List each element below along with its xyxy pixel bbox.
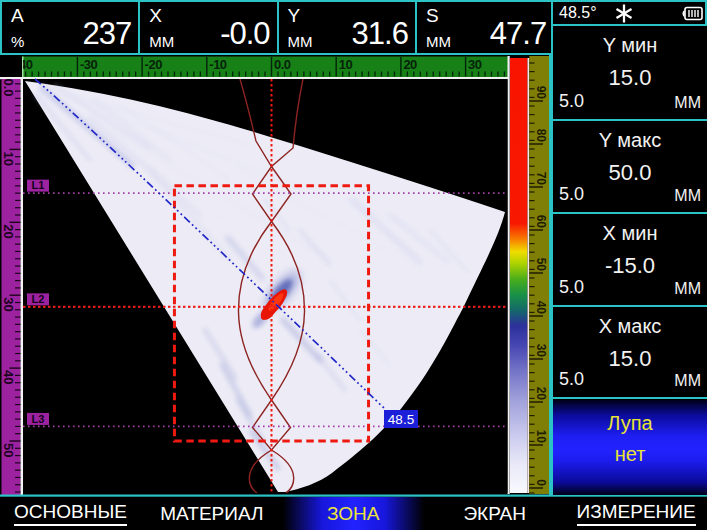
divider xyxy=(277,0,279,53)
menu-item-label: МАТЕРИАЛ xyxy=(160,503,263,525)
measure-value: 237 xyxy=(83,16,132,52)
menu-item-3[interactable]: ЗОНА xyxy=(283,497,424,530)
svg-text:-20: -20 xyxy=(145,57,163,72)
param-value: 50.0 xyxy=(553,160,707,186)
svg-text:0.0: 0.0 xyxy=(1,79,16,97)
magnifier-box[interactable]: Лупа нет xyxy=(553,400,707,495)
svg-text:30: 30 xyxy=(1,297,16,311)
menu-item-label: ЭКРАН xyxy=(463,503,526,525)
param-unit: ММ xyxy=(674,94,701,112)
param-value: -15.0 xyxy=(553,253,707,279)
svg-text:-10: -10 xyxy=(209,57,227,72)
snowflake-icon xyxy=(617,5,632,23)
svg-text:40: 40 xyxy=(534,301,548,315)
amplitude-palette xyxy=(508,56,530,494)
svg-text:-40: -40 xyxy=(15,57,33,72)
svg-text:0: 0 xyxy=(534,479,548,486)
measure-value: 47.7 xyxy=(490,16,546,52)
measure-value: 31.6 xyxy=(352,16,408,52)
menu-item-4[interactable]: ЭКРАН xyxy=(424,497,565,530)
param-box-4[interactable]: X макс 15.0 5.0 ММ xyxy=(553,307,707,397)
param-box-2[interactable]: Y макс 50.0 5.0 ММ xyxy=(553,121,707,212)
param-unit: ММ xyxy=(674,187,701,205)
svg-text:50: 50 xyxy=(1,443,16,457)
main-menu-bar: ОСНОВНЫЕМАТЕРИАЛЗОНАЭКРАНИЗМЕРЕНИЕ xyxy=(0,497,707,530)
measure-letter: Y xyxy=(288,5,301,27)
svg-text:90: 90 xyxy=(534,86,548,100)
divider xyxy=(415,0,417,53)
measure-cell-X: X ММ -0.0 xyxy=(140,2,276,53)
menu-item-label: ЗОНА xyxy=(327,503,379,525)
svg-text:70: 70 xyxy=(534,172,548,186)
param-label: X макс xyxy=(553,315,707,338)
amplitude-ruler: 9080706050403020100 xyxy=(529,24,551,496)
measure-letter: S xyxy=(426,5,439,27)
measure-cell-Y: Y ММ 31.6 xyxy=(279,2,415,53)
param-step: 5.0 xyxy=(559,277,584,298)
svg-text:10: 10 xyxy=(534,430,548,444)
param-unit: ММ xyxy=(674,280,701,298)
menu-item-label: ОСНОВНЫЕ xyxy=(14,501,127,526)
x-ruler: -40-30-20-100.0102030 xyxy=(0,57,508,80)
y-ruler: 0.01020304050 xyxy=(1,77,23,496)
battery-icon xyxy=(682,8,702,20)
flaw-detector-screen: -40-30-20-100.01020300.01020304050908070… xyxy=(0,0,707,530)
magnifier-label: Лупа xyxy=(553,412,707,435)
svg-text:60: 60 xyxy=(534,215,548,229)
param-label: X мин xyxy=(553,222,707,245)
measure-cell-S: S ММ 47.7 xyxy=(417,2,553,53)
measure-value: -0.0 xyxy=(220,16,269,52)
param-label: Y макс xyxy=(553,129,707,152)
gate-label-L2: L2 xyxy=(32,293,45,305)
status-icons xyxy=(553,2,705,25)
menu-item-2[interactable]: МАТЕРИАЛ xyxy=(141,497,282,530)
divider xyxy=(138,0,140,53)
svg-text:10: 10 xyxy=(1,151,16,165)
measure-unit: ММ xyxy=(426,33,451,50)
status-cell: 48.5° xyxy=(553,2,705,25)
param-box-3[interactable]: X мин -15.0 5.0 ММ xyxy=(553,214,707,305)
menu-item-label: ИЗМЕРЕНИЕ xyxy=(577,501,696,526)
param-unit: ММ xyxy=(674,372,701,390)
beam-angle-text: 48.5 xyxy=(388,412,414,427)
gate-label-L1: L1 xyxy=(32,179,45,191)
svg-text:30: 30 xyxy=(534,344,548,358)
param-value: 15.0 xyxy=(553,65,707,91)
svg-text:20: 20 xyxy=(534,387,548,401)
divider xyxy=(0,53,551,55)
svg-text:-30: -30 xyxy=(80,57,98,72)
param-step: 5.0 xyxy=(559,91,584,112)
divider xyxy=(0,0,2,55)
svg-text:0.0: 0.0 xyxy=(274,57,291,72)
param-step: 5.0 xyxy=(559,184,584,205)
svg-text:20: 20 xyxy=(1,224,16,238)
magnifier-value: нет xyxy=(553,443,707,466)
parameter-panel: Y мин 15.0 5.0 ММY макс 50.0 5.0 ММX мин… xyxy=(551,26,707,496)
gate-label-L3: L3 xyxy=(32,413,45,425)
param-label: Y мин xyxy=(553,34,707,57)
measure-unit: % xyxy=(11,33,24,50)
menu-item-5[interactable]: ИЗМЕРЕНИЕ xyxy=(566,497,707,530)
measure-unit: ММ xyxy=(288,33,313,50)
param-box-1[interactable]: Y мин 15.0 5.0 ММ xyxy=(553,26,707,119)
param-step: 5.0 xyxy=(559,369,584,390)
menu-item-1[interactable]: ОСНОВНЫЕ xyxy=(0,497,141,530)
svg-text:50: 50 xyxy=(534,258,548,272)
svg-text:80: 80 xyxy=(534,129,548,143)
svg-text:30: 30 xyxy=(468,57,482,72)
svg-text:10: 10 xyxy=(339,57,353,72)
measure-letter: A xyxy=(11,5,24,27)
divider xyxy=(551,397,707,399)
svg-text:20: 20 xyxy=(403,57,417,72)
measure-cell-A: A % 237 xyxy=(2,2,138,53)
measure-unit: ММ xyxy=(149,33,174,50)
svg-text:40: 40 xyxy=(1,370,16,384)
measure-letter: X xyxy=(149,5,162,27)
